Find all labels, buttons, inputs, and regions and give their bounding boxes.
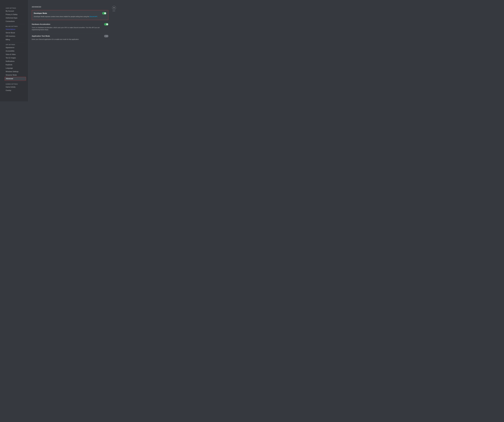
sidebar-item-label: Connections — [6, 20, 15, 22]
sidebar-item-connections[interactable]: Connections — [5, 20, 26, 23]
sidebar-item-label: My Account — [6, 10, 14, 12]
sidebar-item-appearance[interactable]: Appearance — [5, 46, 26, 49]
x-icon — [104, 35, 106, 37]
sidebar-item-notifications[interactable]: Notifications — [5, 60, 26, 63]
setting-description: Developer Mode exposes context menu item… — [34, 16, 102, 18]
sidebar-item-label: Keybinds — [6, 64, 12, 66]
sidebar-item-voice-video[interactable]: Voice & Video — [5, 53, 26, 56]
setting-header: Developer Mode — [34, 12, 106, 14]
sidebar-item-label: Game Activity — [6, 86, 16, 88]
highlight-box: Developer ModeDeveloper Mode exposes con… — [32, 10, 108, 20]
toggle-switch[interactable] — [104, 23, 108, 25]
close-icon — [112, 6, 116, 10]
setting-row: Application Test ModeEnter your Discord … — [32, 33, 108, 43]
sidebar-item-label: Billing — [6, 39, 10, 40]
sidebar-item-label: Gift Inventory — [6, 35, 15, 37]
setting-description: Turns on Hardware Acceleration, which us… — [32, 26, 100, 31]
sidebar-section-header: BILLING SETTINGS — [5, 25, 26, 28]
sidebar-item-label: Subscriptions — [6, 28, 15, 30]
sidebar-item-label: Appearance — [6, 47, 14, 49]
sidebar-item-text-images[interactable]: Text & Images — [5, 56, 26, 60]
sidebar-section-header: APP SETTINGS — [5, 43, 26, 46]
setting-title: Developer Mode — [34, 12, 47, 14]
sidebar-item-windows-settings[interactable]: Windows Settings — [5, 70, 26, 73]
highlight-box: Advanced — [5, 77, 26, 81]
sidebar-item-label: Streamer Mode — [6, 74, 17, 76]
close-button[interactable]: ESC — [112, 6, 116, 12]
setting-row: Hardware AccelerationTurns on Hardware A… — [32, 21, 108, 33]
sidebar-item-gift-inventory[interactable]: Gift Inventory — [5, 35, 26, 38]
sidebar-item-privacy-safety[interactable]: Privacy & Safety — [5, 13, 26, 16]
setting-title: Hardware Acceleration — [32, 23, 50, 25]
sidebar-item-game-activity[interactable]: Game Activity — [5, 86, 26, 89]
toggle-switch[interactable] — [102, 12, 106, 14]
sidebar-item-label: Authorized Apps — [6, 17, 18, 19]
desc-text: Developer Mode exposes context menu item… — [34, 16, 90, 17]
sidebar-item-label: Windows Settings — [6, 71, 18, 73]
close-label: ESC — [112, 10, 116, 12]
sidebar-item-my-account[interactable]: My Account — [5, 9, 26, 13]
sidebar-item-language[interactable]: Language — [5, 67, 26, 70]
page-title: ADVANCED — [32, 6, 108, 8]
setting-description: Enter your Discord application ID to ena… — [32, 38, 100, 40]
sidebar-item-authorized-apps[interactable]: Authorized Apps — [5, 16, 26, 19]
setting-header: Hardware Acceleration — [32, 23, 108, 25]
settings-sidebar: USER SETTINGSMy AccountPrivacy & SafetyA… — [0, 0, 28, 101]
check-icon — [106, 23, 108, 25]
toggle-switch[interactable] — [104, 35, 108, 37]
check-icon — [104, 12, 106, 14]
sidebar-item-accessibility[interactable]: Accessibility — [5, 49, 26, 53]
sidebar-item-label: Notifications — [6, 61, 14, 62]
sidebar-item-label: Accessibility — [6, 50, 14, 52]
sidebar-item-subscriptions[interactable]: Subscriptions — [5, 28, 26, 31]
sidebar-section-header: USER SETTINGS — [5, 7, 26, 9]
sidebar-item-label: Server Boost — [6, 32, 15, 34]
discord-api-link[interactable]: Discord API — [90, 16, 97, 17]
sidebar-item-overlay[interactable]: Overlay — [5, 89, 26, 92]
desc-text: . — [97, 16, 98, 17]
sidebar-item-keybinds[interactable]: Keybinds — [5, 63, 26, 66]
sidebar-item-label: Advanced — [6, 78, 13, 80]
sidebar-item-label: Language — [6, 67, 13, 69]
sidebar-item-label: Overlay — [6, 90, 11, 91]
settings-main: ESC ADVANCED Developer ModeDeveloper Mod… — [28, 0, 121, 101]
sidebar-section-header: GAMING SETTINGS — [5, 83, 26, 86]
sidebar-item-label: Text & Images — [6, 57, 16, 59]
setting-row: Developer ModeDeveloper Mode exposes con… — [32, 10, 108, 20]
sidebar-item-server-boost[interactable]: Server Boost — [5, 31, 26, 34]
sidebar-item-streamer-mode[interactable]: Streamer Mode — [5, 73, 26, 77]
setting-header: Application Test Mode — [32, 35, 108, 37]
sidebar-item-billing[interactable]: Billing — [5, 38, 26, 41]
setting-title: Application Test Mode — [32, 35, 50, 37]
sidebar-item-label: Voice & Video — [6, 54, 16, 55]
sidebar-divider — [6, 82, 25, 82]
sidebar-item-advanced[interactable]: Advanced — [5, 77, 26, 80]
sidebar-item-label: Privacy & Safety — [6, 14, 18, 15]
